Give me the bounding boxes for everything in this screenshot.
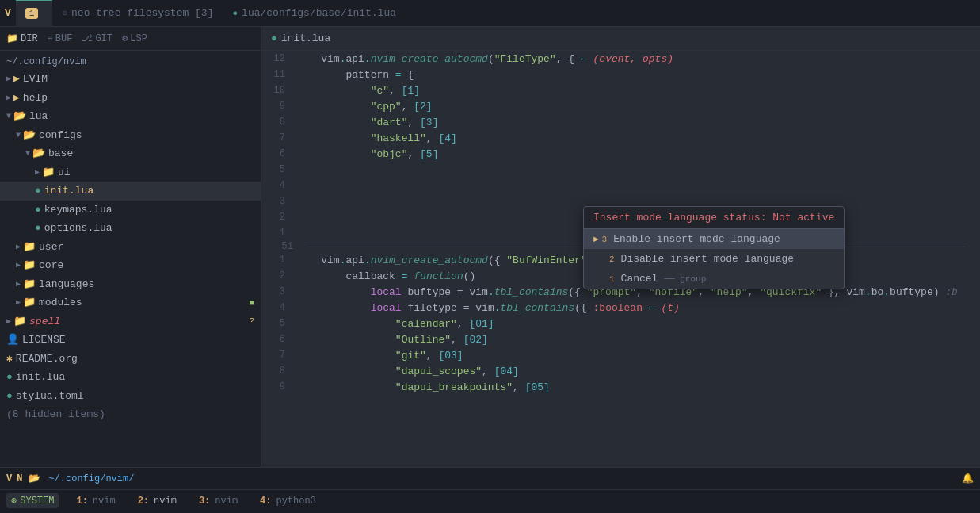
tree-label-init-lua: init.lua [44, 183, 93, 199]
tree-label-lua: lua [29, 109, 48, 124]
buf-icon: ≡ [48, 33, 53, 44]
spell-badge: ? [249, 315, 254, 328]
sidebar-item-readme[interactable]: ✱ README.org [0, 350, 261, 369]
code-area[interactable]: 12 vim.api.nvim_create_autocmd("FileType… [261, 51, 980, 467]
license-icon: 👤 [6, 332, 19, 348]
line-num-b1: 1 [261, 255, 293, 266]
sidebar-item-configs[interactable]: ▼ 📂 configs [0, 126, 261, 145]
tree-label-modules: modules [39, 295, 82, 311]
line-content-11: pattern = { [293, 69, 980, 81]
sidebar-item-root-init-lua[interactable]: ● init.lua [0, 368, 261, 387]
sidebar-item-user[interactable]: ▶ 📁 user [0, 238, 261, 257]
code-line-9: 9 "cpp", [2] [261, 98, 980, 114]
line-content-b6: "Outline", [02] [293, 334, 980, 346]
sidebar-item-modules[interactable]: ▶ 📁 modules ■ [0, 293, 261, 312]
line-content-b9: "dapui_breakpoints", [05] [293, 381, 980, 393]
bell-icon: 🔔 [962, 473, 974, 484]
editor-tab: ● init.lua [261, 27, 980, 51]
sidebar-btn-git[interactable]: ⎇ GIT [82, 33, 112, 44]
line-num-4: 4 [261, 180, 293, 191]
system-icon: ⊛ [11, 495, 17, 507]
modules-badge: ■ [249, 297, 254, 310]
folder-icon-spell: 📁 [13, 314, 26, 330]
term-system-tab[interactable]: ⊛ SYSTEM [6, 493, 59, 508]
v-logo: V [5, 7, 11, 19]
line-num-12: 12 [261, 53, 293, 64]
sidebar-btn-lsp[interactable]: ⚙ LSP [122, 33, 147, 44]
sidebar-item-languages[interactable]: ▶ 📁 languages [0, 275, 261, 294]
editor-tab-label: ● init.lua [271, 33, 330, 44]
lua-icon-stylua: ● [6, 389, 13, 404]
folder-icon-core: 📁 [23, 258, 36, 274]
sidebar-btn-dir[interactable]: 📁 DIR [6, 33, 38, 44]
line-num-5: 5 [261, 164, 293, 175]
code-line-8: 8 "dart", [3] [261, 114, 980, 130]
tab-3[interactable]: ● lua/configs/base/init.lua [223, 0, 406, 27]
folder-icon-ui: 📁 [42, 165, 55, 181]
tree-label-ui: ui [58, 165, 71, 181]
code-line-b7: 7 "git", [03] [261, 347, 980, 363]
lsp-label: LSP [130, 33, 147, 44]
tree-label-configs: configs [39, 128, 82, 144]
line-content-7: "haskell", [4] [293, 132, 980, 144]
tree-label-languages: languages [39, 277, 94, 293]
terminal-bar: ⊛ SYSTEM 1: nvim 2: nvim 3: nvim 4: pyth… [0, 489, 980, 511]
folder-icon-user: 📁 [23, 239, 36, 255]
sidebar-item-spell[interactable]: ▶ 📁 spell ? [0, 312, 261, 331]
line-num-7: 7 [261, 132, 293, 144]
editor: ● init.lua 12 vim.api.nvim_create_autocm… [261, 27, 980, 467]
sidebar-item-license[interactable]: 👤 LICENSE [0, 331, 261, 350]
term-tab-2[interactable]: 2: nvim [133, 494, 181, 508]
sidebar-item-lua[interactable]: ▼ 📂 lua [0, 107, 261, 126]
line-num-b8: 8 [261, 366, 293, 377]
sidebar-btn-buf[interactable]: ≡ BUF [48, 33, 73, 44]
menu-item-1-num: 3 [602, 235, 608, 244]
main-layout: 📁 DIR ≡ BUF ⎇ GIT ⚙ LSP ~/.config/nvim ▶ [0, 27, 980, 467]
code-line-5: 5 [261, 162, 980, 178]
tab-3-label: lua/configs/base/init.lua [242, 7, 396, 19]
tab-2[interactable]: ○ neo-tree filesystem [3] [52, 0, 223, 27]
sidebar-item-stylua[interactable]: ● stylua.toml [0, 387, 261, 406]
sidebar-item-core[interactable]: ▶ 📁 core [0, 256, 261, 275]
tree-arrow-modules: ▶ [16, 297, 21, 308]
line-num-b2: 2 [261, 270, 293, 281]
sidebar-item-ui[interactable]: ▶ 📁 ui [0, 163, 261, 182]
sidebar-item-init-lua[interactable]: ● init.lua [0, 182, 261, 201]
tree-label-base: base [48, 146, 73, 162]
menu-item-3-num: 1 [609, 274, 615, 284]
line-num-b5: 5 [261, 318, 293, 329]
tree-arrow-configs: ▼ [16, 129, 21, 141]
tree-label-stylua: stylua.toml [16, 389, 84, 404]
status-bar: V N 📂 ~/.config/nvim/ 🔔 [0, 467, 980, 489]
sidebar-item-help[interactable]: ▶ ▶ help [0, 89, 261, 108]
menu-item-3[interactable]: 1 Cancel ── group [584, 269, 844, 289]
tree-label-help: help [23, 90, 48, 106]
code-line-10: 10 "c", [1] [261, 82, 980, 98]
lsp-icon: ⚙ [122, 33, 128, 44]
menu-item-2-label: Disable insert mode language [621, 253, 794, 265]
term-tab-1[interactable]: 1: nvim [71, 494, 120, 508]
term-tab-3[interactable]: 3: nvim [194, 494, 242, 508]
tree-label-lvim: LVIM [23, 71, 48, 87]
sidebar-tree: ~/.config/nvim ▶ ▶ LVIM ▶ ▶ help ▼ 📂 lua [0, 51, 261, 467]
tree-label-user: user [39, 239, 63, 255]
code-line-b6: 6 "Outline", [02] [261, 331, 980, 347]
sidebar-item-keymaps-lua[interactable]: ● keymaps.lua [0, 201, 261, 220]
line-content-b8: "dapui_scopes", [04] [293, 366, 980, 377]
sidebar-item-lvim[interactable]: ▶ ▶ LVIM [0, 70, 261, 89]
code-line-12: 12 vim.api.nvim_create_autocmd("FileType… [261, 51, 980, 67]
tab-1[interactable]: 1 [16, 0, 53, 27]
sidebar-item-base[interactable]: ▼ 📂 base [0, 144, 261, 163]
status-mode: N [17, 473, 22, 484]
folder-icon-status: 📂 [29, 473, 40, 484]
sidebar-item-options-lua[interactable]: ● options.lua [0, 219, 261, 238]
term-label-3: nvim [215, 496, 238, 507]
tree-label-keymaps-lua: keymaps.lua [44, 202, 112, 218]
term-tab-4[interactable]: 4: python3 [255, 494, 321, 508]
menu-item-1[interactable]: ► 3 Enable insert mode language [584, 229, 844, 249]
menu-item-3-label: Cancel [621, 273, 658, 285]
tree-arrow-spell: ▶ [6, 316, 11, 327]
menu-item-2[interactable]: 2 Disable insert mode language [584, 249, 844, 269]
code-line-b5: 5 "calendar", [01] [261, 316, 980, 331]
sidebar: 📁 DIR ≡ BUF ⎇ GIT ⚙ LSP ~/.config/nvim ▶ [0, 27, 261, 467]
